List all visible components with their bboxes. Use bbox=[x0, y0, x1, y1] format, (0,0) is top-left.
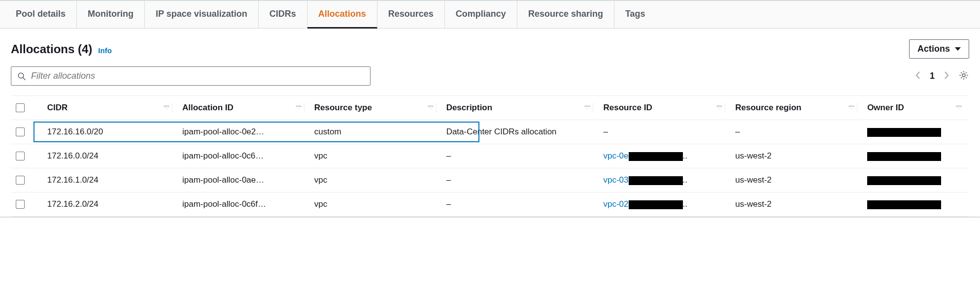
cell-resource-id: vpc-03.. bbox=[598, 168, 730, 192]
svg-point-0 bbox=[18, 73, 24, 78]
col-header-description[interactable]: Description bbox=[446, 103, 493, 113]
actions-button[interactable]: Actions bbox=[909, 39, 969, 59]
resource-id-link[interactable]: vpc-02 bbox=[603, 199, 628, 209]
cell-description: – bbox=[441, 192, 599, 217]
sort-icon[interactable] bbox=[849, 106, 854, 109]
row-checkbox[interactable] bbox=[16, 200, 25, 209]
filter-input[interactable] bbox=[31, 71, 364, 81]
info-link[interactable]: Info bbox=[98, 46, 112, 55]
tab-monitoring[interactable]: Monitoring bbox=[77, 1, 145, 28]
redacted-text bbox=[867, 128, 941, 137]
caret-down-icon bbox=[955, 47, 961, 51]
panel-divider bbox=[0, 217, 980, 218]
redacted-text bbox=[867, 176, 941, 185]
svg-point-2 bbox=[962, 74, 965, 77]
sort-icon[interactable] bbox=[164, 106, 169, 109]
resource-id-link[interactable]: vpc-0e bbox=[603, 151, 628, 160]
cell-resource-type: custom bbox=[309, 120, 441, 144]
col-header-resource-id[interactable]: Resource ID bbox=[603, 103, 652, 113]
settings-button[interactable] bbox=[958, 70, 969, 82]
cell-resource-type: vpc bbox=[309, 168, 441, 192]
cell-resource-id: vpc-02.. bbox=[598, 192, 730, 217]
cell-resource-type: vpc bbox=[309, 192, 441, 217]
col-header-allocation-id[interactable]: Allocation ID bbox=[182, 103, 234, 113]
row-checkbox[interactable] bbox=[16, 176, 25, 185]
tab-ip-space-visualization[interactable]: IP space visualization bbox=[145, 1, 259, 28]
row-checkbox[interactable] bbox=[16, 127, 25, 136]
col-header-resource-type[interactable]: Resource type bbox=[314, 103, 372, 113]
cell-owner-id bbox=[862, 192, 969, 217]
search-icon bbox=[17, 72, 26, 81]
tab-pool-details[interactable]: Pool details bbox=[5, 1, 77, 28]
cell-allocation-id: ipam-pool-alloc-0c6f… bbox=[177, 192, 309, 217]
cell-resource-type: vpc bbox=[309, 144, 441, 168]
tab-compliancy[interactable]: Compliancy bbox=[445, 1, 517, 28]
sort-icon[interactable] bbox=[585, 106, 590, 109]
redacted-text bbox=[629, 152, 683, 161]
allocations-table: CIDR Allocation ID Resource type Descrip… bbox=[11, 95, 969, 217]
cell-description: – bbox=[441, 144, 599, 168]
col-header-resource-region[interactable]: Resource region bbox=[735, 103, 801, 113]
filter-box[interactable] bbox=[11, 66, 371, 86]
cell-resource-id: vpc-0e.. bbox=[598, 144, 730, 168]
cell-resource-region: us-west-2 bbox=[730, 168, 862, 192]
table-row: 172.16.16.0/20ipam-pool-alloc-0e2…custom… bbox=[11, 120, 969, 144]
cell-resource-id: – bbox=[598, 120, 730, 144]
cell-owner-id bbox=[862, 144, 969, 168]
redacted-text bbox=[867, 152, 941, 161]
cell-resource-region: us-west-2 bbox=[730, 192, 862, 217]
tab-tags[interactable]: Tags bbox=[614, 1, 656, 28]
cell-resource-region: – bbox=[730, 120, 862, 144]
redacted-text bbox=[867, 200, 941, 209]
panel-header: Allocations (4) Info Actions bbox=[11, 39, 969, 59]
allocations-panel: Allocations (4) Info Actions 1 bbox=[0, 29, 980, 217]
col-header-owner-id[interactable]: Owner ID bbox=[867, 103, 904, 113]
redacted-text bbox=[629, 200, 683, 209]
cell-description: Data-Center CIDRs allocation bbox=[441, 120, 599, 144]
cell-owner-id bbox=[862, 168, 969, 192]
cell-cidr: 172.16.0.0/24 bbox=[42, 144, 177, 168]
actions-button-label: Actions bbox=[917, 44, 950, 54]
row-checkbox[interactable] bbox=[16, 152, 25, 160]
cell-description: – bbox=[441, 168, 599, 192]
cell-allocation-id: ipam-pool-alloc-0e2… bbox=[177, 120, 309, 144]
tabs-bar: Pool detailsMonitoringIP space visualiza… bbox=[0, 0, 980, 29]
cell-owner-id bbox=[862, 120, 969, 144]
col-header-cidr[interactable]: CIDR bbox=[47, 103, 68, 113]
cell-cidr: 172.16.16.0/20 bbox=[42, 120, 177, 144]
cell-allocation-id: ipam-pool-alloc-0c6… bbox=[177, 144, 309, 168]
select-all-checkbox[interactable] bbox=[16, 103, 25, 112]
table-row: 172.16.1.0/24ipam-pool-alloc-0ae…vpc–vpc… bbox=[11, 168, 969, 192]
sort-icon[interactable] bbox=[296, 106, 301, 109]
sort-icon[interactable] bbox=[717, 106, 722, 109]
prev-page-button[interactable] bbox=[915, 71, 921, 81]
tab-resources[interactable]: Resources bbox=[377, 1, 445, 28]
pagination: 1 bbox=[915, 70, 969, 82]
tab-cidrs[interactable]: CIDRs bbox=[259, 1, 307, 28]
cell-resource-region: us-west-2 bbox=[730, 144, 862, 168]
table-row: 172.16.2.0/24ipam-pool-alloc-0c6f…vpc–vp… bbox=[11, 192, 969, 217]
redacted-text bbox=[629, 176, 683, 185]
sort-icon[interactable] bbox=[428, 106, 433, 109]
cell-cidr: 172.16.1.0/24 bbox=[42, 168, 177, 192]
cell-allocation-id: ipam-pool-alloc-0ae… bbox=[177, 168, 309, 192]
svg-line-1 bbox=[23, 77, 25, 80]
resource-id-link[interactable]: vpc-03 bbox=[603, 175, 628, 185]
table-row: 172.16.0.0/24ipam-pool-alloc-0c6…vpc–vpc… bbox=[11, 144, 969, 168]
sort-icon[interactable] bbox=[956, 106, 961, 109]
toolbar: 1 bbox=[11, 66, 969, 86]
tab-resource-sharing[interactable]: Resource sharing bbox=[517, 1, 614, 28]
panel-title: Allocations (4) bbox=[11, 42, 92, 56]
tab-allocations[interactable]: Allocations bbox=[307, 1, 377, 29]
cell-cidr: 172.16.2.0/24 bbox=[42, 192, 177, 217]
page-number: 1 bbox=[930, 71, 935, 81]
next-page-button[interactable] bbox=[944, 71, 949, 81]
